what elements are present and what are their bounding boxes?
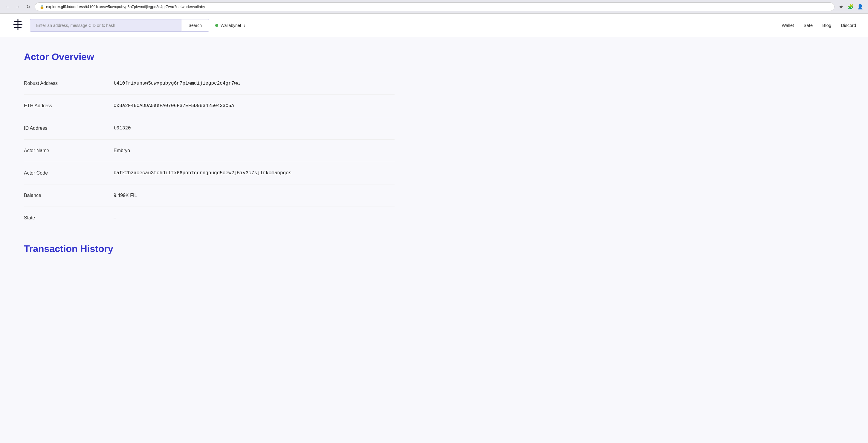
- network-selector[interactable]: Wallabynet ↓: [215, 23, 246, 28]
- balance-label: Balance: [24, 193, 114, 198]
- actor-code-row: Actor Code bafk2bzacecau3tohdilfx66pohfq…: [24, 162, 395, 184]
- page-title: Actor Overview: [24, 52, 395, 62]
- network-status-dot: [215, 24, 218, 27]
- robust-address-value: t410frixunsw5uwxpubyg6n7plwmdijiegpc2c4g…: [114, 81, 240, 86]
- actor-name-value: Embryo: [114, 148, 130, 153]
- main-content: Actor Overview Robust Address t410frixun…: [0, 37, 418, 269]
- browser-actions: ★ 🧩 👤: [837, 3, 864, 11]
- lock-icon: 🔒: [40, 5, 44, 9]
- id-address-label: ID Address: [24, 126, 114, 131]
- transaction-history-title: Transaction History: [24, 243, 395, 254]
- url-text: explorer.glif.io/address/t410frixunsw5uw…: [46, 4, 205, 9]
- back-button[interactable]: ←: [4, 3, 12, 11]
- nav-blog[interactable]: Blog: [822, 23, 831, 28]
- logo: [12, 19, 24, 32]
- bookmark-button[interactable]: ★: [837, 3, 845, 11]
- eth-address-value: 0x8a2F46CADDA5aeFA0706F37EF5D9834250433c…: [114, 103, 234, 108]
- robust-address-row: Robust Address t410frixunsw5uwxpubyg6n7p…: [24, 72, 395, 95]
- balance-value: 9.499K FIL: [114, 193, 137, 198]
- address-bar[interactable]: 🔒 explorer.glif.io/address/t410frixunsw5…: [35, 2, 835, 11]
- network-dropdown-icon: ↓: [244, 23, 246, 28]
- state-value: –: [114, 215, 116, 221]
- reload-button[interactable]: ↻: [24, 3, 32, 11]
- profile-button[interactable]: 👤: [856, 3, 864, 11]
- search-container: Search: [30, 19, 209, 32]
- app-header: Search Wallabynet ↓ Wallet Safe Blog Dis…: [0, 14, 868, 37]
- balance-row: Balance 9.499K FIL: [24, 184, 395, 207]
- actor-code-value: bafk2bzacecau3tohdilfx66pohfqdrngpuqd5oe…: [114, 170, 291, 176]
- browser-nav: ← → ↻: [4, 3, 32, 11]
- state-row: State –: [24, 207, 395, 229]
- nav-links: Wallet Safe Blog Discord: [782, 23, 856, 28]
- id-address-value: t01320: [114, 126, 131, 131]
- nav-wallet[interactable]: Wallet: [782, 23, 794, 28]
- nav-discord[interactable]: Discord: [841, 23, 856, 28]
- forward-button[interactable]: →: [14, 3, 22, 11]
- id-address-row: ID Address t01320: [24, 117, 395, 139]
- actor-name-label: Actor Name: [24, 148, 114, 153]
- extensions-button[interactable]: 🧩: [846, 3, 855, 11]
- network-name: Wallabynet: [221, 23, 241, 28]
- nav-safe[interactable]: Safe: [803, 23, 813, 28]
- robust-address-label: Robust Address: [24, 81, 114, 86]
- actor-code-label: Actor Code: [24, 170, 114, 176]
- eth-address-row: ETH Address 0x8a2F46CADDA5aeFA0706F37EF5…: [24, 95, 395, 117]
- eth-address-label: ETH Address: [24, 103, 114, 108]
- search-input[interactable]: [30, 19, 181, 32]
- search-button[interactable]: Search: [181, 19, 209, 32]
- browser-chrome: ← → ↻ 🔒 explorer.glif.io/address/t410fri…: [0, 0, 868, 14]
- actor-info-table: Robust Address t410frixunsw5uwxpubyg6n7p…: [24, 72, 395, 229]
- actor-name-row: Actor Name Embryo: [24, 139, 395, 162]
- state-label: State: [24, 215, 114, 221]
